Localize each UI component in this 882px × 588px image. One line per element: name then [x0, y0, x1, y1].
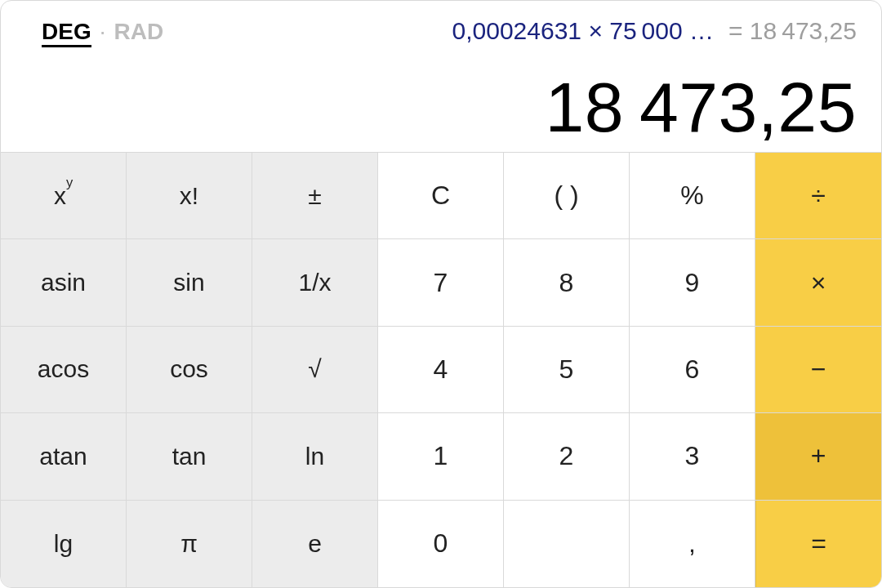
key-lg[interactable]: lg [1, 501, 127, 587]
mode-separator: · [100, 20, 106, 43]
key-e[interactable]: e [252, 501, 378, 587]
key-percent[interactable]: % [630, 153, 755, 239]
key-2[interactable]: 2 [504, 413, 630, 500]
display-top-row: DEG · RAD 0,00024631 × 75 000 … = 18 473… [25, 19, 857, 47]
key-divide[interactable]: ÷ [755, 153, 881, 239]
key-decimal[interactable]: , [630, 501, 755, 587]
key-equals[interactable]: = [755, 501, 881, 587]
key-parens[interactable]: ( ) [504, 153, 630, 239]
key-0[interactable]: 0 [378, 501, 504, 587]
key-reciprocal[interactable]: 1/x [252, 239, 378, 326]
key-3[interactable]: 3 [630, 413, 755, 500]
display-area: DEG · RAD 0,00024631 × 75 000 … = 18 473… [1, 1, 881, 153]
key-multiply[interactable]: × [755, 239, 881, 326]
key-8[interactable]: 8 [504, 239, 630, 326]
mode-rad[interactable]: RAD [114, 20, 163, 43]
key-asin[interactable]: asin [1, 239, 127, 326]
key-sqrt[interactable]: √ [252, 327, 378, 413]
key-4[interactable]: 4 [378, 327, 504, 413]
previous-result: = 18 473,25 [728, 19, 857, 43]
key-atan[interactable]: atan [1, 413, 127, 500]
key-blank [504, 501, 630, 587]
keypad: xy x! ± C ( ) % ÷ asin sin 1/x 7 8 9 × a… [1, 153, 881, 587]
key-cos[interactable]: cos [127, 327, 252, 413]
result-display: 18473,25 [25, 72, 857, 142]
angle-mode-toggle[interactable]: DEG · RAD [42, 20, 163, 47]
mode-deg[interactable]: DEG [42, 20, 91, 47]
key-negate[interactable]: ± [252, 153, 378, 239]
key-power[interactable]: xy [1, 153, 127, 239]
key-minus[interactable]: − [755, 327, 881, 413]
key-ln[interactable]: ln [252, 413, 378, 500]
key-tan[interactable]: tan [127, 413, 252, 500]
key-7[interactable]: 7 [378, 239, 504, 326]
calculator: DEG · RAD 0,00024631 × 75 000 … = 18 473… [0, 0, 882, 588]
key-5[interactable]: 5 [504, 327, 630, 413]
key-pi[interactable]: π [127, 501, 252, 587]
key-6[interactable]: 6 [630, 327, 755, 413]
expression-history: 0,00024631 × 75 000 … [452, 19, 714, 43]
key-clear[interactable]: C [378, 153, 504, 239]
key-1[interactable]: 1 [378, 413, 504, 500]
key-acos[interactable]: acos [1, 327, 127, 413]
key-plus[interactable]: + [755, 413, 881, 500]
key-sin[interactable]: sin [127, 239, 252, 326]
key-factorial[interactable]: x! [127, 153, 252, 239]
key-9[interactable]: 9 [630, 239, 755, 326]
